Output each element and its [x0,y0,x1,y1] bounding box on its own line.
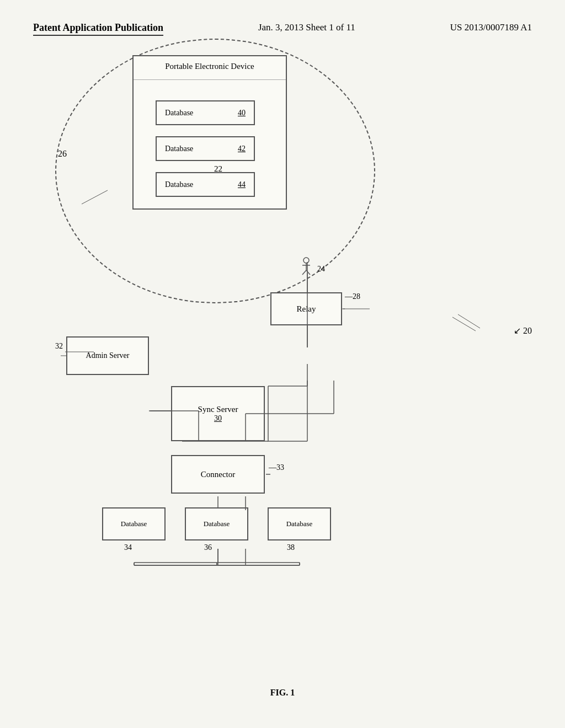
label-28: —28 [345,292,360,301]
db34-label: Database [121,520,147,528]
label-26: 26 [58,149,67,159]
db42-num: 42 [238,144,246,153]
sync-num: 30 [214,414,222,423]
db36-label: Database [204,520,230,528]
sync-server-box: Sync Server 30 [171,386,265,441]
svg-line-47 [452,317,476,331]
label-34: 34 [124,543,132,552]
patent-number: US 2013/0007189 A1 [450,22,532,33]
svg-point-28 [303,258,309,263]
connector-label: Connector [201,470,235,479]
database-44-box: Database 44 [156,172,255,197]
admin-label: Admin Server [86,351,130,360]
figure-label: FIG. 1 [270,688,295,698]
db42-label: Database [165,144,193,153]
relay-label: Relay [297,304,316,314]
label-24: 24 [317,265,325,274]
db44-num: 44 [238,180,246,189]
db40-label: Database [165,109,193,117]
ped-box: Portable Electronic Device Database 40 D… [132,55,287,210]
database-36-box: Database [185,507,248,540]
label-22: 22 [214,164,222,174]
db38-label: Database [286,520,313,528]
db40-num: 40 [238,109,246,117]
svg-line-31 [302,270,306,275]
wireless-point-icon [298,256,315,273]
svg-line-32 [306,270,310,275]
label-20: ↙ 20 [514,325,532,336]
ped-title: Portable Electronic Device [134,56,286,80]
database-40-box: Database 40 [156,100,255,125]
db44-label: Database [165,180,193,189]
database-34-box: Database [102,507,166,540]
svg-line-24 [458,314,480,328]
label-33: —33 [269,463,284,472]
sync-label: Sync Server [198,405,238,414]
arrow-20: ↙ [514,326,521,335]
database-38-box: Database [268,507,331,540]
database-42-box: Database 42 [156,136,255,161]
label-36: 36 [204,543,212,552]
connector-box: Connector [171,455,265,494]
publication-label: Patent Application Publication [33,22,163,36]
relay-box: Relay [270,292,342,325]
label-38: 38 [287,543,295,552]
sheet-info: Jan. 3, 2013 Sheet 1 of 11 [258,22,355,33]
admin-server-box: Admin Server [66,336,149,375]
label-32: 32 [55,342,63,351]
